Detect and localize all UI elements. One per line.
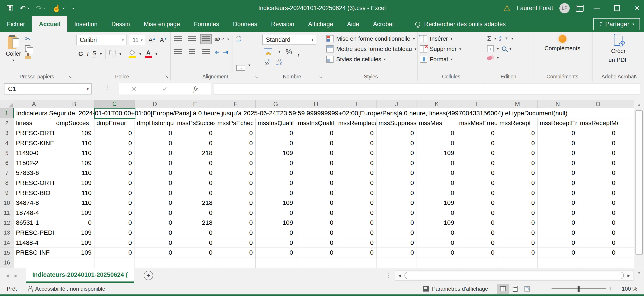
cell-J15[interactable]: 0 — [376, 248, 417, 258]
cell-J5[interactable]: 0 — [376, 148, 417, 158]
cell-K16[interactable] — [417, 258, 457, 268]
cell-O3[interactable]: 0 — [578, 128, 618, 138]
cell-C11[interactable]: 0 — [94, 208, 135, 218]
orientation-icon[interactable]: ab↗ — [214, 36, 224, 42]
column-header-B[interactable]: B — [54, 100, 94, 108]
cell-L4[interactable]: 0 — [457, 138, 498, 148]
cell-B8[interactable]: 109 — [54, 178, 94, 188]
cell-C4[interactable]: 0 — [94, 138, 135, 148]
cell-N3[interactable]: 0 — [538, 128, 578, 138]
cell-I5[interactable]: 0 — [336, 148, 376, 158]
cell-A1[interactable]: Indicateurs Ségur de 2024-01-01T00:00+01… — [14, 108, 634, 118]
cell-I13[interactable]: 0 — [336, 228, 376, 238]
cell-G6[interactable]: 0 — [256, 158, 296, 168]
view-normal-button[interactable] — [497, 284, 509, 294]
cell-M6[interactable]: 0 — [498, 158, 538, 168]
cell-K11[interactable]: 0 — [417, 208, 457, 218]
row-header-8[interactable]: 8 — [0, 178, 14, 188]
cell-C14[interactable]: 0 — [94, 238, 135, 248]
column-header-K[interactable]: K — [417, 100, 457, 108]
cell-O4[interactable]: 0 — [578, 138, 618, 148]
comma-style-icon[interactable]: , — [297, 50, 300, 54]
collapse-ribbon-icon[interactable]: ∧ — [633, 73, 637, 79]
tab-révision[interactable]: Révision — [264, 16, 301, 32]
row-header-2[interactable]: 2 — [0, 118, 14, 129]
cell-O13[interactable]: 0 — [578, 228, 618, 238]
cell-J9[interactable]: 0 — [376, 188, 417, 198]
cell-L10[interactable]: 0 — [457, 198, 498, 208]
row-header-7[interactable]: 7 — [0, 168, 14, 178]
insert-function-icon[interactable]: fx — [194, 85, 198, 93]
chevron-down-icon[interactable]: ▾ — [100, 52, 102, 56]
row-header-16[interactable]: 16 — [0, 258, 14, 268]
cut-icon[interactable]: ✂ — [25, 35, 33, 42]
chevron-down-icon[interactable]: ▾ — [510, 47, 511, 51]
cell-B12[interactable]: 0 — [54, 218, 94, 228]
undo-button[interactable]: ↶ ▾ — [20, 5, 29, 12]
column-header-J[interactable]: J — [376, 100, 417, 108]
cell-J6[interactable]: 0 — [376, 158, 417, 168]
cell-J13[interactable]: 0 — [376, 228, 417, 238]
cell-F14[interactable]: 0 — [215, 238, 256, 248]
chevron-down-icon[interactable]: ▾ — [28, 6, 29, 10]
chevron-down-icon[interactable]: ▾ — [12, 58, 14, 62]
cell-L11[interactable]: 0 — [457, 208, 498, 218]
cell-M4[interactable]: 0 — [498, 138, 538, 148]
cell-L16[interactable] — [457, 258, 498, 268]
cell-I2[interactable]: mssRemplace — [336, 118, 376, 129]
create-pdf-button[interactable]: Créer — [611, 47, 626, 55]
row-header-10[interactable]: 10 — [0, 198, 14, 208]
accounting-format-icon[interactable] — [264, 48, 273, 55]
zoom-slider[interactable] — [552, 289, 606, 289]
column-header-A[interactable]: A — [14, 100, 54, 108]
cell-C16[interactable] — [94, 258, 135, 268]
cell-B7[interactable]: 110 — [54, 168, 94, 178]
cell-N13[interactable]: 0 — [538, 228, 578, 238]
cell-N8[interactable]: 0 — [538, 178, 578, 188]
cell-D10[interactable]: 0 — [135, 198, 175, 208]
cell-M7[interactable]: 0 — [498, 168, 538, 178]
zoom-level[interactable]: 100 % — [622, 286, 637, 292]
row-header-9[interactable]: 9 — [0, 188, 14, 198]
cell-E4[interactable]: 0 — [175, 138, 215, 148]
dialog-launcher-icon[interactable]: ↘ — [254, 74, 258, 79]
display-settings-label[interactable]: Paramètres d'affichage — [432, 286, 488, 292]
cell-M3[interactable]: 0 — [498, 128, 538, 138]
cell-O9[interactable]: 0 — [578, 188, 618, 198]
tab-dessin[interactable]: Dessin — [104, 16, 137, 32]
select-all-corner[interactable] — [0, 100, 14, 108]
fill-color-icon[interactable] — [129, 50, 136, 58]
formula-input[interactable] — [214, 83, 640, 95]
cell-A5[interactable]: 11490-0 — [14, 148, 54, 158]
increase-indent-icon[interactable]: ⇥ — [223, 48, 228, 56]
cell-B9[interactable]: 110 — [54, 188, 94, 198]
cell-A14[interactable]: 11488-4 — [14, 238, 54, 248]
cell-G2[interactable]: mssInsQualif — [256, 118, 296, 129]
cell-F7[interactable]: 0 — [215, 168, 256, 178]
warning-icon[interactable]: ⚠ — [504, 3, 510, 13]
sheet-nav-left-icon[interactable]: ◂ — [6, 272, 9, 279]
cell-J7[interactable]: 0 — [376, 168, 417, 178]
cell-M5[interactable]: 0 — [498, 148, 538, 158]
cell-N15[interactable]: 0 — [538, 248, 578, 258]
cell-G12[interactable]: 109 — [256, 218, 296, 228]
sheet-nav-right-icon[interactable]: ▸ — [14, 272, 18, 279]
cell-G16[interactable] — [256, 258, 296, 268]
insert-cells-button[interactable]: ⇤ Insérer ▾ — [420, 35, 482, 42]
cell-E16[interactable] — [175, 258, 215, 268]
cell-E2[interactable]: mssPsSucces — [175, 118, 215, 129]
cell-M16[interactable] — [498, 258, 538, 268]
cell-B4[interactable]: 110 — [54, 138, 94, 148]
cell-O15[interactable]: 0 — [578, 248, 618, 258]
cell-L13[interactable]: 0 — [457, 228, 498, 238]
cell-N4[interactable]: 0 — [538, 138, 578, 148]
cell-B5[interactable]: 110 — [54, 148, 94, 158]
bold-button[interactable]: G — [78, 50, 83, 57]
column-header-C[interactable]: C — [94, 100, 135, 108]
cell-H3[interactable]: 0 — [296, 128, 336, 138]
column-header-L[interactable]: L — [457, 100, 498, 108]
cell-K6[interactable]: 0 — [417, 158, 457, 168]
cell-O12[interactable]: 0 — [578, 218, 618, 228]
cell-F4[interactable]: 0 — [215, 138, 256, 148]
horizontal-scrollbar[interactable]: ◂ ▸ — [395, 270, 634, 281]
